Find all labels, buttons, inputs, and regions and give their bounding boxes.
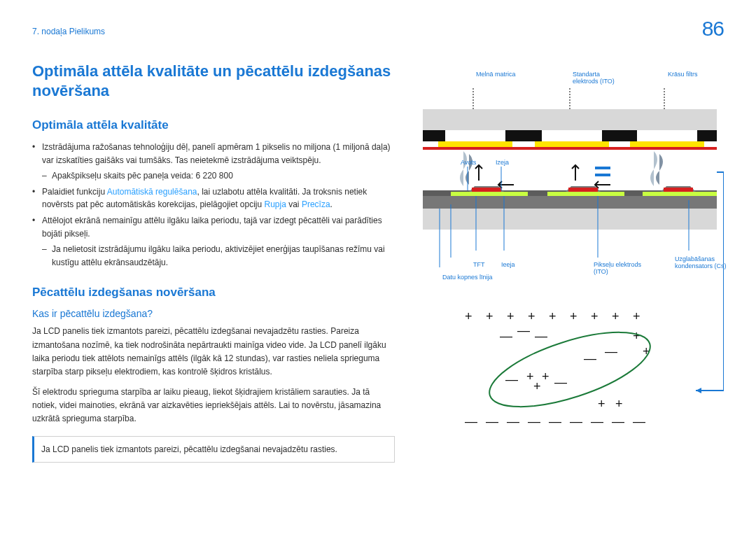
svg-rect-5	[445, 130, 505, 141]
dash-item: Ja nelietosit izstrādājumu ilgāku laika …	[42, 243, 395, 269]
dash-list: Apakšpikseļu skaits pēc paneļa veida: 6 …	[42, 169, 395, 183]
chapter-label: 7. nodaļa Pielikums	[32, 27, 105, 36]
svg-rect-7	[637, 130, 697, 141]
svg-rect-21	[423, 209, 717, 230]
svg-rect-11	[423, 147, 717, 150]
section-heading: Pēcattēlu izdegšanas novēršana	[32, 286, 395, 300]
svg-rect-20	[643, 192, 717, 196]
svg-text:—: —	[591, 414, 603, 428]
svg-text:—: —	[507, 414, 519, 428]
note-box: Ja LCD panelis tiek izmantots pareizi, p…	[32, 436, 395, 463]
diag-label: Izeja	[496, 160, 509, 167]
diag-label: Melnā matrica	[476, 71, 516, 78]
lcd-layer-diagram: +++ +++ +++ ——— + + —— — —+++ ++ ——— ———…	[423, 62, 724, 482]
subsection-heading: Kas ir pēcattēlu izdegšana?	[32, 308, 395, 319]
svg-rect-13	[595, 174, 610, 176]
svg-text:—: —	[505, 372, 518, 386]
diag-label: Avots	[461, 160, 476, 167]
svg-text:—: —	[554, 375, 567, 389]
svg-text:+: +	[615, 397, 623, 411]
svg-text:—: —	[549, 414, 561, 428]
svg-rect-16	[568, 188, 598, 192]
svg-text:—: —	[500, 329, 512, 343]
inline-highlight: Automātiskā regulēšana	[107, 187, 197, 197]
page-title: Optimāla attēla kvalitāte un pēcattēlu i…	[32, 62, 395, 100]
svg-rect-3	[423, 109, 717, 130]
svg-rect-8	[438, 141, 512, 147]
content-columns: Optimāla attēla kvalitāte un pēcattēlu i…	[32, 62, 724, 484]
svg-text:—: —	[465, 414, 477, 428]
svg-text:—: —	[486, 414, 498, 428]
svg-rect-12	[595, 167, 610, 169]
svg-text:—: —	[535, 329, 547, 343]
inline-highlight: Rupja	[265, 199, 286, 209]
diag-label: Pikseļu elektrods (ITO)	[594, 262, 647, 276]
page-header: 7. nodaļa Pielikums 86	[32, 27, 724, 41]
inline-highlight: Precīza	[302, 199, 330, 209]
svg-text:+: +	[465, 309, 472, 323]
svg-text:+: +	[612, 309, 620, 323]
list-item: Attēlojot ekrānā nemainīgu attēlu ilgāku…	[32, 214, 395, 269]
diag-label: Uzglabāšanas kondensators (Cs)	[675, 256, 728, 270]
svg-text:—: —	[570, 414, 582, 428]
list-item: Palaidiet funkciju Automātiskā regulēšan…	[32, 185, 395, 211]
svg-text:+: +	[598, 397, 606, 411]
svg-text:—: —	[612, 414, 624, 428]
svg-rect-6	[542, 130, 602, 141]
svg-text:—: —	[633, 414, 645, 428]
svg-rect-19	[547, 192, 624, 196]
svg-rect-18	[451, 192, 528, 196]
diagram-column: +++ +++ +++ ——— + + —— — —+++ ++ ——— ———…	[423, 62, 724, 484]
left-column: Optimāla attēla kvalitāte un pēcattēlu i…	[32, 62, 395, 484]
svg-rect-17	[664, 188, 693, 192]
svg-marker-30	[696, 388, 701, 393]
svg-text:+: +	[526, 370, 534, 384]
svg-text:+: +	[633, 309, 640, 323]
list-item: Izstrādājuma ražošanas tehnoloģiju dēļ, …	[32, 141, 395, 183]
diag-label: Ieeja	[501, 262, 515, 269]
svg-text:—: —	[584, 351, 596, 365]
svg-text:+: +	[486, 309, 493, 323]
section-heading: Optimāla attēla kvalitāte	[32, 118, 395, 132]
svg-rect-10	[630, 141, 704, 147]
bullet-list: Izstrādājuma ražošanas tehnoloģiju dēļ, …	[32, 141, 395, 269]
note-text: Ja LCD panelis tiek izmantots pareizi, p…	[41, 444, 337, 454]
svg-rect-15	[472, 188, 501, 192]
document-page: 7. nodaļa Pielikums 86 Optimāla attēla k…	[0, 0, 756, 534]
svg-text:+: +	[633, 329, 640, 343]
svg-text:+: +	[549, 309, 556, 323]
svg-text:+: +	[591, 309, 598, 323]
svg-text:—: —	[605, 344, 617, 358]
svg-text:+: +	[542, 370, 550, 384]
page-number: 86	[702, 17, 724, 41]
dash-list: Ja nelietosit izstrādājumu ilgāku laika …	[42, 243, 395, 269]
diag-label: Krāsu filtrs	[668, 71, 698, 78]
dash-item: Apakšpikseļu skaits pēc paneļa veida: 6 …	[42, 169, 395, 183]
svg-text:—: —	[528, 414, 540, 428]
svg-text:+: +	[507, 309, 514, 323]
svg-text:—: —	[517, 323, 530, 337]
svg-text:+: +	[533, 379, 541, 393]
diag-label: Standarta elektrods (ITO)	[573, 71, 622, 85]
diag-label: TFT	[473, 262, 485, 269]
diag-label: Datu kopnes līnija	[442, 274, 493, 281]
svg-rect-9	[535, 141, 609, 147]
svg-text:+: +	[570, 309, 578, 323]
paragraph: Šī elektrodu sprieguma starpība ar laiku…	[32, 386, 395, 426]
paragraph: Ja LCD panelis tiek izmantots pareizi, p…	[32, 325, 395, 379]
svg-text:+: +	[528, 309, 536, 323]
